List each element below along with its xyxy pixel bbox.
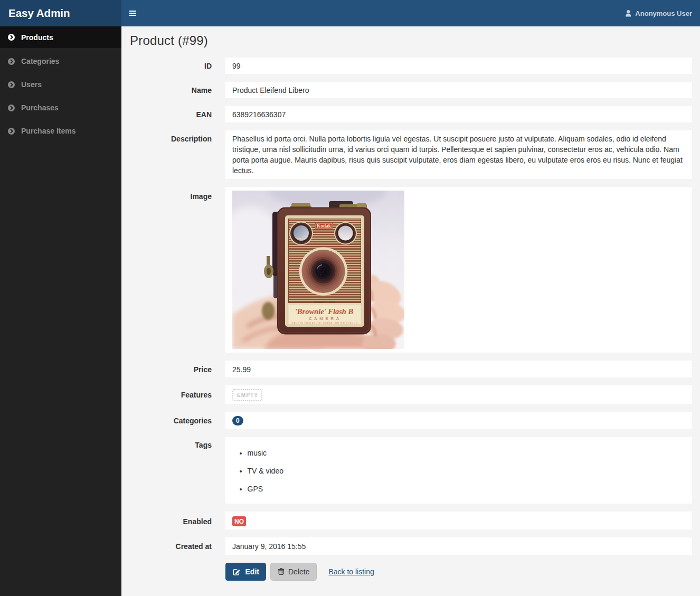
- svg-text:MADE IN ENGLAND BY KODAK LIMIT: MADE IN ENGLAND BY KODAK LIMITED LONDON: [292, 321, 358, 324]
- svg-text:'KODET' LENS: 'KODET' LENS: [314, 301, 336, 304]
- svg-text:'Brownie' Flash B: 'Brownie' Flash B: [295, 307, 354, 316]
- svg-text:CAMERA: CAMERA: [309, 316, 342, 321]
- svg-text:Kodak: Kodak: [317, 223, 332, 229]
